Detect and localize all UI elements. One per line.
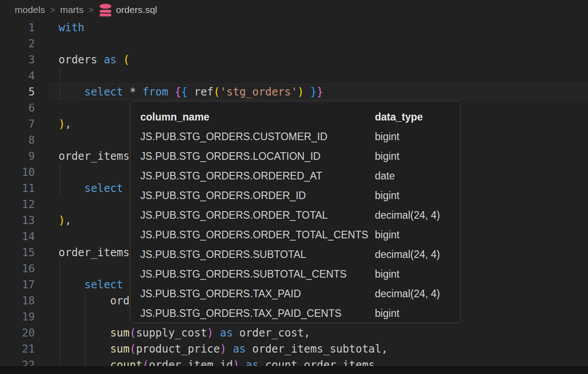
line-number[interactable]: 3 (0, 52, 35, 68)
token: 'stg_orders' (220, 86, 297, 98)
code-text[interactable]: sum(product_price) as order_items_subtot… (59, 341, 388, 357)
hover-cell-data-type: bigint (375, 146, 460, 166)
chevron-right-icon: > (88, 5, 94, 15)
code-text[interactable]: orders as ( (59, 52, 130, 68)
line-number[interactable]: 13 (0, 212, 35, 229)
code-text[interactable]: order_items (59, 245, 130, 261)
code-line[interactable]: 20 sum(supply_cost) as order_cost, (0, 325, 588, 341)
line-number[interactable]: 9 (0, 148, 35, 164)
indent-guide (85, 309, 85, 325)
line-number[interactable]: 10 (0, 164, 35, 180)
token: { (175, 86, 181, 98)
hover-cell-data-type: decimal(24, 4) (375, 284, 460, 303)
token (304, 86, 310, 98)
code-text[interactable]: select (59, 277, 123, 293)
token: ) (59, 118, 65, 130)
token: select (84, 182, 123, 195)
token: as (104, 54, 123, 66)
hover-table-row: JS.PUB.STG_ORDERS.ORDER_TOTAL_CENTSbigin… (130, 225, 460, 245)
code-text[interactable]: with (59, 20, 84, 36)
hover-cell-data-type: bigint (375, 127, 460, 146)
hover-table-row: JS.PUB.STG_ORDERS.ORDERED_ATdate (130, 166, 460, 186)
hover-table-row: JS.PUB.STG_ORDERS.ORDER_TOTALdecimal(24,… (130, 205, 460, 225)
token: ( (214, 86, 220, 98)
hover-table-row: JS.PUB.STG_ORDERS.SUBTOTALdecimal(24, 4) (130, 245, 460, 264)
hover-cell-data-type: bigint (375, 303, 460, 323)
hover-cell-data-type: decimal(24, 4) (375, 245, 460, 264)
hover-cell-column-name: JS.PUB.STG_ORDERS.ORDER_TOTAL (140, 205, 375, 225)
hover-cell-data-type: bigint (375, 186, 460, 205)
hover-table-row: JS.PUB.STG_ORDERS.SUBTOTAL_CENTSbigint (130, 264, 460, 284)
hover-cell-column-name: JS.PUB.STG_ORDERS.TAX_PAID_CENTS (140, 303, 375, 323)
code-text[interactable]: sum(supply_cost) as order_cost, (59, 325, 311, 341)
token: ) (220, 343, 226, 355)
line-number[interactable]: 4 (0, 68, 35, 84)
line-number[interactable]: 16 (0, 261, 35, 277)
code-line[interactable]: 3orders as ( (0, 52, 588, 68)
line-number[interactable]: 19 (0, 309, 35, 325)
code-text[interactable]: ), (59, 116, 71, 132)
hover-header-column-name: column_name (140, 107, 375, 127)
token: ) (298, 86, 304, 98)
token: { (181, 86, 188, 98)
token: ) (59, 214, 65, 227)
line-number[interactable]: 5 (0, 84, 35, 100)
line-number[interactable]: 2 (0, 36, 35, 52)
line-number[interactable]: 12 (0, 196, 35, 212)
token: ( (130, 327, 136, 339)
breadcrumb-item-models[interactable]: models (15, 4, 45, 15)
token (59, 343, 110, 355)
hover-header-data-type: data_type (375, 107, 460, 127)
token: product_price (136, 343, 220, 355)
code-text[interactable]: select (59, 180, 123, 196)
breadcrumb-item-marts[interactable]: marts (60, 4, 84, 15)
code-line[interactable]: 5 select * from {{ ref('stg_orders') }} (0, 84, 588, 100)
hover-cell-column-name: JS.PUB.STG_ORDERS.ORDER_TOTAL_CENTS (140, 225, 375, 245)
line-number[interactable]: 8 (0, 132, 35, 148)
token (59, 295, 110, 307)
hover-table-body: JS.PUB.STG_ORDERS.CUSTOMER_IDbigintJS.PU… (130, 127, 460, 323)
token: , (65, 118, 71, 130)
line-number[interactable]: 14 (0, 229, 35, 245)
line-number[interactable]: 17 (0, 277, 35, 293)
token: ) (207, 327, 213, 339)
token: } (317, 86, 323, 98)
line-number[interactable]: 6 (0, 100, 35, 116)
line-number[interactable]: 7 (0, 116, 35, 132)
code-text[interactable]: ), (59, 212, 71, 229)
token: order_cost, (233, 327, 310, 339)
breadcrumb-item-file[interactable]: orders.sql (99, 3, 157, 17)
token: supply_cost (136, 327, 207, 339)
code-text[interactable]: ord (59, 293, 130, 309)
hover-table-row: JS.PUB.STG_ORDERS.LOCATION_IDbigint (130, 146, 460, 166)
line-number[interactable]: 11 (0, 180, 35, 196)
line-number[interactable]: 1 (0, 20, 35, 36)
token: as (233, 343, 246, 355)
code-line[interactable]: 21 sum(product_price) as order_items_sub… (0, 341, 588, 357)
code-text[interactable]: select * from {{ ref('stg_orders') }} (59, 84, 323, 100)
bottom-panel-edge (0, 366, 588, 374)
line-number[interactable]: 20 (0, 325, 35, 341)
hover-table-row: JS.PUB.STG_ORDERS.TAX_PAIDdecimal(24, 4) (130, 284, 460, 303)
line-number[interactable]: 21 (0, 341, 35, 357)
hover-cell-column-name: JS.PUB.STG_ORDERS.ORDERED_AT (140, 166, 375, 186)
token: order_items (59, 246, 130, 259)
code-line[interactable]: 4 (0, 68, 588, 84)
code-line[interactable]: 2 (0, 36, 588, 52)
code-text[interactable]: order_items (59, 148, 130, 164)
token: order_items (59, 150, 130, 162)
token (227, 343, 233, 355)
hover-popup: column_name data_type JS.PUB.STG_ORDERS.… (130, 101, 461, 323)
file-name: orders.sql (116, 4, 157, 15)
token: select (84, 86, 130, 98)
token: , (65, 214, 71, 227)
token (59, 86, 84, 98)
line-number[interactable]: 15 (0, 245, 35, 261)
token: select (84, 278, 123, 291)
chevron-right-icon: > (50, 5, 55, 15)
token: from (143, 86, 175, 98)
token: ref (194, 86, 213, 98)
code-line[interactable]: 1with (0, 20, 588, 36)
line-number[interactable]: 18 (0, 293, 35, 309)
token: ord (110, 295, 130, 307)
